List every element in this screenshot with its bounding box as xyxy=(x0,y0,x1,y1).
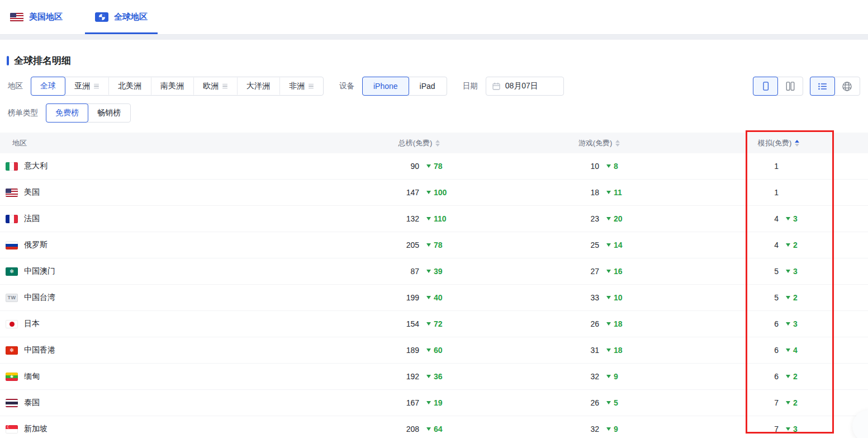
board-type-label: 榜单类型 xyxy=(8,108,38,118)
game-rank-change: 8 xyxy=(599,162,638,171)
total-rank-change: 19 xyxy=(419,398,458,407)
game-rank-change: 14 xyxy=(599,241,638,249)
sim-rank-change: 4 xyxy=(779,346,818,355)
rank-improve-icon xyxy=(426,191,431,194)
column-header-sim-free[interactable]: 模拟(免费) xyxy=(689,138,868,148)
sort-caret-icon-active[interactable] xyxy=(795,140,799,147)
total-rank-change: 64 xyxy=(419,425,458,434)
rank-improve-icon xyxy=(786,375,790,378)
region-option-europe[interactable]: 欧洲 xyxy=(193,77,237,95)
board-option-grossing[interactable]: 畅销榜 xyxy=(88,104,130,122)
game-rank-change: 20 xyxy=(599,214,638,223)
column-header-region: 地区 xyxy=(0,138,329,148)
date-value: 08月07日 xyxy=(505,81,538,91)
rank-improve-icon xyxy=(606,164,611,168)
single-phone-view-button[interactable] xyxy=(753,77,778,96)
game-rank: 32 xyxy=(560,372,599,381)
table-row[interactable]: 中国香港 18960 3118 64 xyxy=(0,337,868,364)
device-option-ipad[interactable]: iPad xyxy=(409,77,447,95)
total-rank-change: 110 xyxy=(419,214,458,223)
total-rank: 167 xyxy=(380,398,419,407)
game-rank: 23 xyxy=(560,214,599,223)
rank-improve-icon xyxy=(426,164,431,168)
rank-improve-icon xyxy=(786,348,790,352)
list-view-button[interactable] xyxy=(810,77,835,96)
total-rank-change: 78 xyxy=(419,241,458,249)
total-rank: 208 xyxy=(380,425,419,434)
game-rank-change: 9 xyxy=(599,425,638,434)
rank-improve-icon xyxy=(606,270,611,273)
column-header-total-free[interactable]: 总榜(免费) xyxy=(329,138,509,148)
region-option-africa[interactable]: 非洲 xyxy=(279,77,323,95)
rank-improve-icon xyxy=(606,296,611,299)
board-option-free[interactable]: 免费榜 xyxy=(46,103,88,123)
view-toggles xyxy=(753,77,860,96)
rank-improve-icon xyxy=(426,243,431,247)
table-row[interactable]: 新加坡 20864 329 73 xyxy=(0,416,868,438)
total-rank: 189 xyxy=(380,346,419,355)
table-row[interactable]: 法国 132110 2320 43 xyxy=(0,206,868,232)
game-rank: 18 xyxy=(560,188,599,197)
sim-rank: 1 xyxy=(739,188,779,197)
country-name: 俄罗斯 xyxy=(24,240,48,250)
flag-icon-italy xyxy=(6,162,18,171)
table-row[interactable]: 缅甸 19236 329 62 xyxy=(0,364,868,390)
total-rank: 132 xyxy=(380,214,419,223)
sim-rank-change: 2 xyxy=(779,241,818,249)
region-filter-label: 地区 xyxy=(8,81,23,91)
rank-improve-icon xyxy=(786,322,790,326)
device-option-iphone[interactable]: iPhone xyxy=(362,77,409,96)
rank-improve-icon xyxy=(786,427,790,431)
globe-view-button[interactable] xyxy=(834,77,860,95)
game-rank-change: 18 xyxy=(599,319,638,328)
tab-global-region[interactable]: 全球地区 xyxy=(85,0,158,34)
game-rank: 26 xyxy=(560,398,599,407)
rank-improve-icon xyxy=(606,322,611,326)
split-view-button[interactable] xyxy=(777,77,803,95)
rank-improve-icon xyxy=(426,401,431,404)
total-rank: 192 xyxy=(380,372,419,381)
region-option-asia[interactable]: 亚洲 xyxy=(65,77,108,95)
total-rank-change: 78 xyxy=(419,162,458,171)
table-row[interactable]: 俄罗斯 20578 2514 42 xyxy=(0,232,868,258)
globe-badge-icon xyxy=(95,12,108,22)
tab-us-region[interactable]: 美国地区 xyxy=(8,0,65,34)
sort-caret-icon[interactable] xyxy=(435,140,440,147)
table-row[interactable]: 美国 147100 1811 1 xyxy=(0,180,868,206)
sort-caret-icon[interactable] xyxy=(615,140,620,147)
country-name: 中国澳门 xyxy=(24,266,55,276)
region-option-south-america[interactable]: 南美洲 xyxy=(151,77,193,95)
sim-rank-change: 3 xyxy=(779,214,818,223)
flag-icon-singapore xyxy=(6,425,18,434)
filter-row-1: 地区 全球 亚洲 北美洲 南美洲 欧洲 大洋洲 非洲 设备 iPhone iPa… xyxy=(8,77,860,96)
total-rank-change: 36 xyxy=(419,372,458,381)
table-row[interactable]: 意大利 9078 108 1 xyxy=(0,153,868,180)
table-row[interactable]: 日本 15472 2618 63 xyxy=(0,311,868,337)
total-rank-change: 39 xyxy=(419,267,458,276)
filter-row-2: 榜单类型 免费榜 畅销榜 xyxy=(8,103,860,123)
calendar-icon xyxy=(492,82,500,90)
country-name: 新加坡 xyxy=(24,424,48,434)
table-row[interactable]: 泰国 16719 265 72 xyxy=(0,390,868,416)
game-rank: 25 xyxy=(560,241,599,249)
region-option-global[interactable]: 全球 xyxy=(31,77,65,96)
rank-improve-icon xyxy=(786,401,790,404)
region-option-oceania[interactable]: 大洋洲 xyxy=(237,77,279,95)
rank-improve-icon xyxy=(606,217,611,220)
content-mode-group xyxy=(810,77,860,96)
rank-improve-icon xyxy=(426,296,431,299)
flag-icon-usa xyxy=(6,189,18,197)
column-header-game-free[interactable]: 游戏(免费) xyxy=(509,138,689,148)
rank-improve-icon xyxy=(606,243,611,247)
device-filter-label: 设备 xyxy=(339,81,354,91)
table-row[interactable]: 中国台湾 19940 3310 52 xyxy=(0,285,868,311)
region-option-north-america[interactable]: 北美洲 xyxy=(108,77,151,95)
total-rank-change: 72 xyxy=(419,319,458,328)
date-picker[interactable]: 08月07日 xyxy=(486,77,564,96)
game-rank: 33 xyxy=(560,293,599,302)
table-row[interactable]: 中国澳门 8739 2716 53 xyxy=(0,258,868,285)
game-rank: 31 xyxy=(560,346,599,355)
total-rank-change: 100 xyxy=(419,188,458,197)
page-title: 全球排名明细 xyxy=(14,54,71,67)
sim-rank: 7 xyxy=(739,425,779,434)
